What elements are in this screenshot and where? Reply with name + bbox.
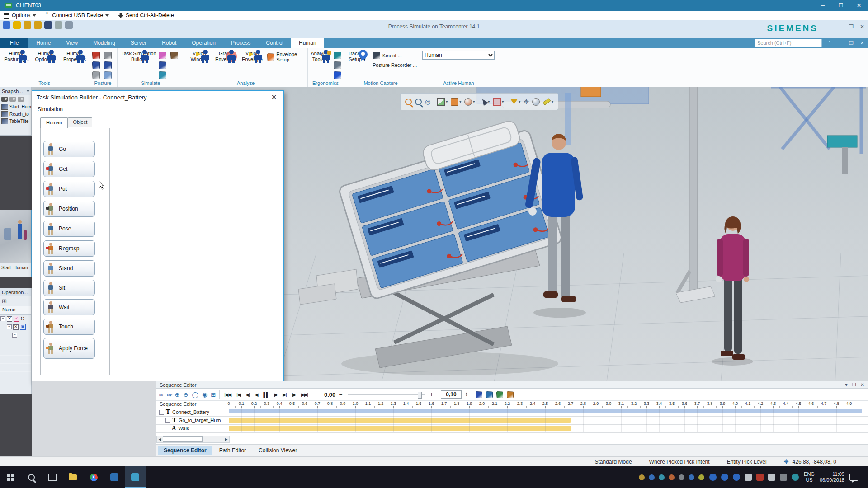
timeline-ruler[interactable]: Sequence Editor 00.10.20.30.40.50.60.70.… bbox=[156, 401, 868, 408]
scroll-right-icon[interactable]: ▶ bbox=[223, 437, 229, 441]
tsb-button-stand[interactable]: Stand bbox=[43, 260, 95, 277]
slider-minus-button[interactable]: – bbox=[339, 391, 342, 398]
view-orientation-icon-caret[interactable]: ▾ bbox=[446, 100, 448, 104]
stand-person-icon[interactable] bbox=[104, 71, 112, 79]
operation-tree-row[interactable]: − ✕ ✓ C bbox=[0, 315, 31, 323]
person-stairs-icon[interactable] bbox=[170, 52, 178, 59]
zoom-window-icon[interactable] bbox=[415, 99, 422, 105]
resource-monitor-icon[interactable] bbox=[792, 474, 799, 481]
collapse-icon[interactable]: − bbox=[0, 316, 5, 321]
tray-icon-4[interactable] bbox=[669, 474, 675, 480]
select-mode-icon-caret[interactable]: ▾ bbox=[488, 100, 490, 104]
pick-filter-icon-caret[interactable]: ▾ bbox=[519, 100, 520, 104]
kinect-button[interactable]: Kinect ... bbox=[373, 52, 402, 59]
tsb-button-pose[interactable]: Pose bbox=[43, 221, 95, 237]
pick-filter-icon[interactable]: ▾ bbox=[510, 99, 520, 104]
unlink-icon[interactable]: ∞̷ bbox=[167, 391, 171, 398]
shading-icon-caret[interactable]: ▾ bbox=[459, 100, 461, 104]
tab-control[interactable]: Control bbox=[258, 38, 291, 48]
tecnomatix-app[interactable] bbox=[104, 466, 125, 488]
tab-server[interactable]: Server bbox=[123, 38, 154, 48]
reach-hand-icon[interactable] bbox=[104, 52, 112, 59]
tab-human[interactable]: Human bbox=[40, 117, 68, 128]
app-close-button[interactable]: ✕ bbox=[860, 23, 864, 30]
tsb-button-sit[interactable]: Sit bbox=[43, 280, 95, 296]
tab-human[interactable]: Human bbox=[291, 38, 324, 48]
gantt-bar[interactable] bbox=[229, 426, 571, 431]
display-volume-icon[interactable]: ▾ bbox=[493, 98, 504, 106]
export-ajt-icon[interactable] bbox=[496, 391, 503, 398]
tray-icon-2[interactable] bbox=[649, 474, 655, 480]
grab-hand-icon[interactable] bbox=[92, 71, 100, 79]
slider-plus-button[interactable]: + bbox=[430, 391, 433, 398]
sequence-row-connect_battery[interactable]: −TConnect_Battery bbox=[156, 408, 868, 417]
tsb-button-go[interactable]: Go bbox=[43, 141, 95, 157]
customize-columns-icon[interactable]: ⊞ bbox=[211, 391, 216, 398]
speed-slider[interactable] bbox=[348, 394, 425, 395]
pan-icon[interactable]: ◎ bbox=[425, 99, 430, 105]
playback-step-forward-button[interactable]: ▶| bbox=[282, 392, 287, 397]
collapse-ribbon-icon[interactable]: ⌃ bbox=[826, 40, 833, 46]
task-view-button[interactable] bbox=[42, 466, 62, 488]
remote-close-button[interactable]: ✕ bbox=[850, 0, 868, 11]
joint-jump-icon[interactable] bbox=[104, 61, 112, 69]
usb-icon[interactable] bbox=[745, 474, 752, 481]
show-desktop-button[interactable] bbox=[863, 466, 863, 488]
stepper-arrows-icon[interactable]: ▲▼ bbox=[465, 392, 468, 397]
collapse-icon[interactable]: − bbox=[159, 410, 164, 415]
playback-play-button[interactable]: ▶ bbox=[274, 392, 278, 397]
interval-stepper[interactable]: 0,10 bbox=[441, 390, 462, 399]
analysis-tools-button[interactable]: Analysis Tools ▾ bbox=[308, 50, 332, 62]
language-indicator[interactable]: ENGUS bbox=[804, 471, 815, 483]
globe-icon-2[interactable] bbox=[721, 474, 728, 481]
tracking-setup-button[interactable]: Tracking Setup ▾ bbox=[345, 50, 369, 62]
playback-jump-end-button[interactable]: ▶▶| bbox=[300, 392, 309, 397]
chrome[interactable] bbox=[83, 466, 104, 488]
active-human-select[interactable]: Human bbox=[422, 51, 495, 60]
zoom-fit-icon[interactable]: ◯ bbox=[192, 391, 198, 398]
tsb-button-touch[interactable]: Touch bbox=[43, 319, 95, 335]
window-close-icon[interactable]: ✕ bbox=[859, 40, 865, 46]
human-options-button[interactable]: Human Options... bbox=[32, 50, 60, 62]
playback-next-op-button[interactable]: |▶ bbox=[291, 392, 297, 397]
search-button[interactable] bbox=[21, 466, 42, 488]
playback-play-backward-button[interactable]: ◀ bbox=[254, 392, 259, 397]
tsb-button-position[interactable]: Position bbox=[43, 201, 95, 217]
render-style-icon[interactable]: ▾ bbox=[464, 98, 475, 106]
tsb-button-apply-force[interactable]: Apply Force bbox=[43, 338, 95, 359]
panel-menu-icon[interactable]: ▾ bbox=[845, 382, 848, 387]
gantt-bar[interactable] bbox=[229, 418, 571, 423]
envelope-setup-button[interactable]: Envelope Setup bbox=[267, 52, 307, 62]
collapse-icon[interactable]: − bbox=[12, 333, 17, 338]
person-descend-icon[interactable] bbox=[159, 61, 166, 69]
dialog-close-button[interactable]: ✕ bbox=[269, 93, 279, 101]
snapshot-list-item[interactable]: Reach_to bbox=[0, 110, 31, 117]
playback-prev-op-button[interactable]: |◀ bbox=[236, 392, 241, 397]
human-properties-button[interactable]: Human Properties bbox=[61, 50, 89, 62]
export-pdf-icon[interactable] bbox=[507, 391, 514, 398]
globe-icon-3[interactable] bbox=[733, 474, 740, 481]
tsb-button-get[interactable]: Get bbox=[43, 161, 95, 177]
snapshot-camera-icon[interactable] bbox=[1, 97, 8, 102]
snapshot-panel-header[interactable]: Snapsh... bbox=[0, 87, 31, 95]
snapshot-thumbnail[interactable] bbox=[0, 210, 31, 263]
tray-icon-7[interactable] bbox=[698, 474, 704, 480]
tsb-button-wait[interactable]: Wait bbox=[43, 299, 95, 315]
playback-pause-button[interactable]: ▌▌ bbox=[262, 392, 269, 397]
tray-icon-5[interactable] bbox=[679, 474, 684, 480]
operation-tree-row[interactable]: − bbox=[0, 331, 31, 339]
remote-cad-button[interactable]: Send Ctrl-Alt-Delete bbox=[114, 11, 178, 20]
globe-icon-1[interactable] bbox=[709, 474, 717, 481]
remote-maximize-button[interactable]: ☐ bbox=[832, 0, 850, 11]
checkbox-icon[interactable]: ✕ bbox=[7, 316, 12, 322]
process-simulate-app[interactable] bbox=[125, 466, 146, 488]
tsb-button-regrasp[interactable]: Regrasp bbox=[43, 240, 95, 257]
render-style-icon-caret[interactable]: ▾ bbox=[473, 100, 475, 104]
grab-icon[interactable] bbox=[532, 98, 540, 106]
playback-step-back-button[interactable]: ◀| bbox=[245, 392, 250, 397]
zoom-icon[interactable] bbox=[405, 99, 412, 105]
measure-icon-caret[interactable]: ▾ bbox=[552, 100, 553, 104]
tray-icon-6[interactable] bbox=[689, 474, 694, 480]
remote-minimize-button[interactable]: ─ bbox=[814, 0, 832, 11]
snapshot-camera-icon[interactable] bbox=[18, 97, 24, 102]
